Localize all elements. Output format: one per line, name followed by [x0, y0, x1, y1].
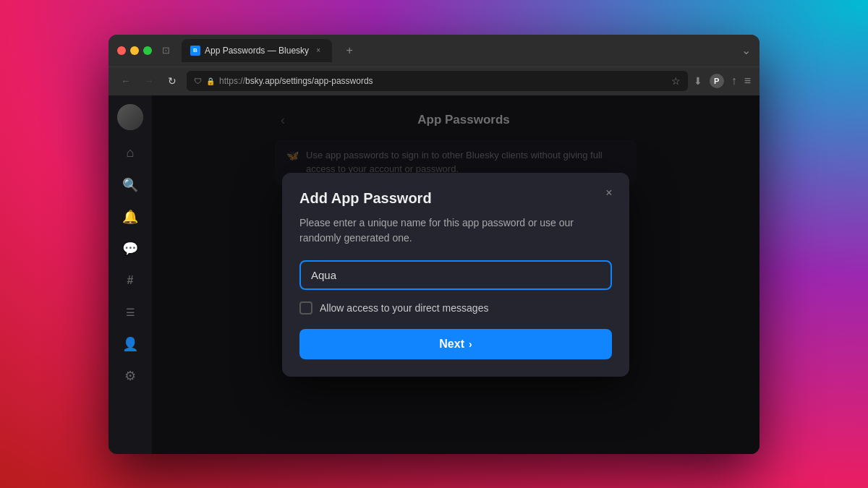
avatar-image — [117, 104, 143, 130]
checkbox-row: Allow access to your direct messages — [299, 301, 612, 314]
modal-description: Please enter a unique name for this app … — [299, 215, 612, 246]
hash-icon: # — [127, 274, 134, 287]
home-icon: ⌂ — [127, 145, 135, 160]
browser-content: ⌂ 🔍 🔔 💬 # ☰ 👤 ⚙ — [109, 95, 760, 454]
sidebar-item-messages[interactable]: 💬 — [116, 234, 145, 263]
sidebar-item-lists[interactable]: ☰ — [116, 298, 145, 327]
download-button[interactable]: ⬇ — [694, 75, 702, 87]
profile-button[interactable]: P — [710, 74, 724, 88]
toolbar-actions: ⬇ P ↑ ≡ — [694, 74, 751, 88]
next-button[interactable]: Next › — [299, 329, 612, 359]
chat-icon: 💬 — [122, 241, 138, 257]
title-bar: ⊡ B App Passwords — Bluesky × + ⌄ — [109, 35, 760, 67]
direct-messages-checkbox[interactable] — [299, 301, 312, 314]
sidebar: ⌂ 🔍 🔔 💬 # ☰ 👤 ⚙ — [109, 95, 152, 454]
person-icon: 👤 — [122, 336, 138, 352]
address-bar[interactable]: 🛡 🔒 https://bsky.app/settings/app-passwo… — [187, 71, 688, 91]
tab-title: App Passwords — Bluesky — [205, 46, 309, 56]
sidebar-item-profile[interactable]: 👤 — [116, 330, 145, 359]
maximize-traffic-light[interactable] — [143, 46, 152, 55]
bell-icon: 🔔 — [122, 209, 138, 225]
tab-close-button[interactable]: × — [313, 46, 323, 56]
active-tab[interactable]: B App Passwords — Bluesky × — [182, 39, 332, 62]
add-app-password-modal: × Add App Password Please enter a unique… — [282, 173, 629, 377]
tab-bar-icon: ⊡ — [162, 45, 170, 56]
gear-icon: ⚙ — [124, 368, 136, 384]
sidebar-item-search[interactable]: 🔍 — [116, 171, 145, 200]
minimize-traffic-light[interactable] — [130, 46, 139, 55]
shield-icon: 🛡 — [194, 77, 202, 85]
url-display: https://bsky.app/settings/app-passwords — [219, 76, 373, 86]
window-chevron[interactable]: ⌄ — [741, 43, 751, 57]
sidebar-item-feeds[interactable]: # — [116, 266, 145, 295]
modal-close-button[interactable]: × — [600, 184, 618, 202]
refresh-button[interactable]: ↻ — [163, 72, 181, 90]
sidebar-item-notifications[interactable]: 🔔 — [116, 202, 145, 231]
menu-button[interactable]: ≡ — [744, 74, 751, 87]
user-avatar[interactable] — [117, 104, 143, 130]
back-button[interactable]: ← — [117, 72, 135, 90]
modal-overlay: × Add App Password Please enter a unique… — [152, 95, 760, 454]
sidebar-item-settings[interactable]: ⚙ — [116, 361, 145, 390]
app-password-name-input[interactable] — [299, 260, 612, 290]
tab-favicon: B — [190, 46, 200, 56]
star-button[interactable]: ☆ — [671, 75, 681, 87]
list-icon: ☰ — [126, 307, 135, 318]
search-icon: 🔍 — [122, 177, 138, 193]
browser-window: ⊡ B App Passwords — Bluesky × + ⌄ ← → ↻ … — [109, 35, 760, 454]
checkbox-label: Allow access to your direct messages — [320, 302, 488, 314]
toolbar: ← → ↻ 🛡 🔒 https://bsky.app/settings/app-… — [109, 67, 760, 95]
new-tab-button[interactable]: + — [341, 42, 358, 59]
close-traffic-light[interactable] — [117, 46, 126, 55]
forward-button[interactable]: → — [140, 72, 158, 90]
share-button[interactable]: ↑ — [731, 74, 737, 87]
sidebar-item-home[interactable]: ⌂ — [116, 139, 145, 168]
lock-icon: 🔒 — [206, 77, 215, 85]
traffic-lights — [117, 46, 152, 55]
main-content: ‹ App Passwords 🦋 Use app passwords to s… — [152, 95, 760, 454]
modal-title: Add App Password — [299, 190, 612, 207]
chevron-right-icon: › — [469, 338, 472, 350]
